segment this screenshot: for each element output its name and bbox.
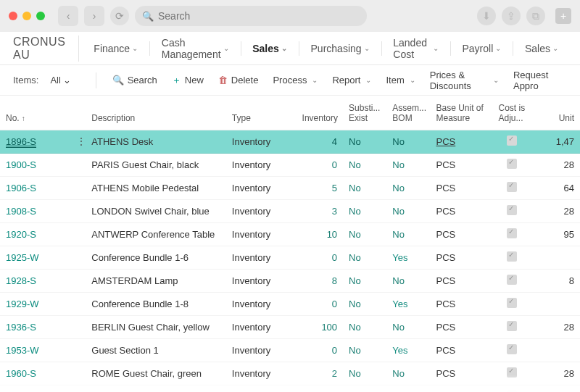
cell-no[interactable]: 1925-W <box>0 246 70 269</box>
cell-base-uom[interactable]: PCS <box>431 246 493 269</box>
delete-button[interactable]: 🗑Delete <box>212 72 265 88</box>
cell-assembly-bom[interactable]: No <box>386 269 430 292</box>
cell-no[interactable]: 1920-S <box>0 222 70 246</box>
item-no-link[interactable]: 1920-S <box>6 229 36 240</box>
checkbox-checked-icon[interactable] <box>507 205 517 215</box>
checkbox-checked-icon[interactable] <box>507 344 517 354</box>
item-no-link[interactable]: 1929-W <box>6 299 39 309</box>
cell-base-uom[interactable]: PCS <box>431 315 493 338</box>
col-type-header[interactable]: Type <box>226 96 297 130</box>
cell-substitute[interactable]: No <box>343 153 386 176</box>
cell-inventory[interactable]: 0 <box>297 153 344 176</box>
new-button[interactable]: ＋New <box>166 71 210 90</box>
nav-landed-cost[interactable]: Landed Cost⌄ <box>384 33 447 64</box>
nav-finance[interactable]: Finance⌄ <box>85 38 146 59</box>
report-menu[interactable]: Report⌄ <box>326 72 377 88</box>
cell-inventory[interactable]: 10 <box>297 222 344 246</box>
nav-sales[interactable]: Sales⌄ <box>244 38 296 59</box>
table-row[interactable]: 1936-SBERLIN Guest Chair, yellowInventor… <box>0 315 580 338</box>
nav-forward-button[interactable]: › <box>84 6 104 26</box>
item-no-link[interactable]: 1960-S <box>6 368 36 379</box>
col-unit-header[interactable]: Unit <box>531 96 580 130</box>
cell-inventory[interactable]: 4 <box>297 385 344 392</box>
request-approval-button[interactable]: Request Appro <box>508 67 567 94</box>
nav-sales[interactable]: Sales⌄ <box>516 38 567 59</box>
nav-cash-management[interactable]: Cash Management⌄ <box>153 33 238 64</box>
cell-no[interactable]: 1936-S <box>0 315 70 338</box>
checkbox-checked-icon[interactable] <box>507 159 517 169</box>
cell-base-uom[interactable]: PCS <box>431 292 493 315</box>
table-row[interactable]: 1928-SAMSTERDAM LampInventory8NoNoPCS8 <box>0 269 580 292</box>
cell-assembly-bom[interactable]: Yes <box>386 292 430 315</box>
process-menu[interactable]: Process⌄ <box>267 72 323 88</box>
checkbox-checked-icon[interactable] <box>507 182 517 192</box>
cell-inventory[interactable]: 0 <box>297 338 344 362</box>
cell-inventory[interactable]: 0 <box>297 246 344 269</box>
item-no-link[interactable]: 1908-S <box>6 206 36 217</box>
table-row[interactable]: 1908-SLONDON Swivel Chair, blueInventory… <box>0 199 580 222</box>
table-row[interactable]: 1964-STOKYO Guest Chair, blueInventory4N… <box>0 385 580 392</box>
cell-base-uom[interactable]: PCS <box>431 176 493 199</box>
cell-substitute[interactable]: No <box>343 176 386 199</box>
address-input[interactable] <box>158 10 360 22</box>
item-no-link[interactable]: 1928-S <box>6 275 36 286</box>
item-no-link[interactable]: 1925-W <box>6 252 39 263</box>
cell-inventory[interactable]: 8 <box>297 269 344 292</box>
cell-assembly-bom[interactable]: No <box>386 130 430 153</box>
cell-assembly-bom[interactable]: Yes <box>386 246 430 269</box>
maximize-window-icon[interactable] <box>36 12 45 20</box>
item-no-link[interactable]: 1896-S <box>6 136 36 148</box>
checkbox-checked-icon[interactable] <box>507 228 517 238</box>
col-base-uom-header[interactable]: Base Unit of Measure <box>431 96 493 130</box>
col-description-header[interactable]: Description <box>86 96 226 130</box>
table-row[interactable]: 1900-SPARIS Guest Chair, blackInventory0… <box>0 153 580 176</box>
cell-substitute[interactable]: No <box>343 130 386 153</box>
checkbox-checked-icon[interactable] <box>507 367 517 378</box>
new-tab-button[interactable]: + <box>555 8 571 24</box>
item-menu[interactable]: Item⌄ <box>380 72 420 88</box>
checkbox-checked-icon[interactable] <box>507 135 517 146</box>
copy-icon[interactable]: ⧉ <box>526 7 545 25</box>
cell-base-uom[interactable]: PCS <box>431 199 493 222</box>
cell-no[interactable]: 1953-W <box>0 338 70 362</box>
cell-no[interactable]: 1908-S <box>0 199 70 222</box>
checkbox-checked-icon[interactable] <box>507 321 517 331</box>
item-no-link[interactable]: 1906-S <box>6 183 36 193</box>
cell-substitute[interactable]: No <box>343 246 386 269</box>
table-row[interactable]: 1906-SATHENS Mobile PedestalInventory5No… <box>0 176 580 199</box>
cell-no[interactable]: 1928-S <box>0 269 70 292</box>
col-cost-adj-header[interactable]: Cost is Adju... <box>493 96 532 130</box>
cell-assembly-bom[interactable]: No <box>386 362 430 385</box>
brand-label[interactable]: CRONUS AU <box>13 36 79 62</box>
cell-substitute[interactable]: No <box>343 385 386 392</box>
cell-assembly-bom[interactable]: No <box>386 385 430 392</box>
cell-substitute[interactable]: No <box>343 362 386 385</box>
cell-base-uom[interactable]: PCS <box>431 130 493 153</box>
row-actions-icon[interactable]: ⋮ <box>76 135 86 147</box>
checkbox-checked-icon[interactable] <box>507 298 517 308</box>
item-no-link[interactable]: 1900-S <box>6 159 36 170</box>
cell-inventory[interactable]: 5 <box>297 176 344 199</box>
nav-payroll[interactable]: Payroll⌄ <box>453 38 510 59</box>
cell-base-uom[interactable]: PCS <box>431 362 493 385</box>
col-no-header[interactable]: No.↑ <box>0 96 70 130</box>
cell-substitute[interactable]: No <box>343 315 386 338</box>
address-search-box[interactable]: 🔍 <box>135 6 367 26</box>
cell-base-uom[interactable]: PCS <box>431 338 493 362</box>
cell-substitute[interactable]: No <box>343 199 386 222</box>
table-row[interactable]: 1953-WGuest Section 1Inventory0NoYesPCS <box>0 338 580 362</box>
cell-base-uom[interactable]: PCS <box>431 222 493 246</box>
cell-substitute[interactable]: No <box>343 222 386 246</box>
cell-no[interactable]: 1906-S <box>0 176 70 199</box>
cell-base-uom[interactable]: PCS <box>431 153 493 176</box>
col-assembly-bom-header[interactable]: Assem... BOM <box>386 96 430 130</box>
cell-inventory[interactable]: 3 <box>297 199 344 222</box>
cell-no[interactable]: 1960-S <box>0 362 70 385</box>
nav-purchasing[interactable]: Purchasing⌄ <box>302 38 378 59</box>
cell-substitute[interactable]: No <box>343 292 386 315</box>
item-no-link[interactable]: 1953-W <box>6 345 39 356</box>
cell-inventory[interactable]: 0 <box>297 292 344 315</box>
table-row[interactable]: 1920-SANTWERP Conference TableInventory1… <box>0 222 580 246</box>
cell-inventory[interactable]: 2 <box>297 362 344 385</box>
item-no-link[interactable]: 1936-S <box>6 322 36 333</box>
